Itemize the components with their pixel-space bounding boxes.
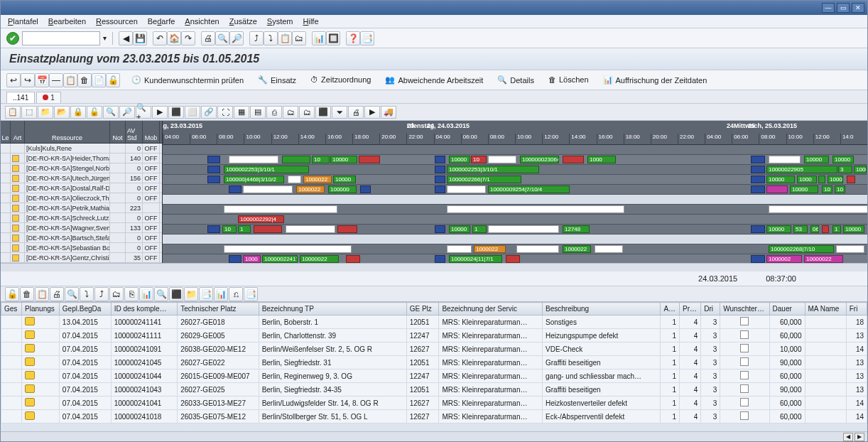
col-beschreibung[interactable]: Beschreibung bbox=[543, 303, 661, 316]
resource-row[interactable]: [DE-RO-KR-SA]Schreck,Lutz0OFF bbox=[1, 213, 162, 223]
gantt-tool-13[interactable]: ⛶ bbox=[217, 106, 233, 119]
table-row[interactable]: 07.04.201510000024101826035-GE075-ME12Be… bbox=[1, 410, 867, 424]
toolbar-icon-10[interactable]: 📋 bbox=[278, 31, 292, 45]
col-ges[interactable]: Ges bbox=[1, 303, 22, 316]
gantt-bar[interactable]: 10000 bbox=[330, 156, 357, 163]
toolbar-icon-6[interactable]: 🔍 bbox=[215, 31, 229, 45]
toolbar-icon-15[interactable]: 📑 bbox=[360, 31, 374, 45]
cmd-abweichende-arbeitszeit[interactable]: 👥Abweichende Arbeitszeit bbox=[381, 74, 487, 86]
table-row[interactable]: 07.04.201510000024104426015-GE009-ME007B… bbox=[1, 370, 867, 383]
gantt-bar[interactable] bbox=[286, 225, 335, 233]
wunsch-checkbox[interactable] bbox=[740, 344, 749, 352]
action-icon-6[interactable]: 📄 bbox=[92, 73, 106, 87]
gantt-bar[interactable]: 10000022905 bbox=[766, 166, 837, 173]
grid-tool-5[interactable]: ⤵ bbox=[80, 287, 94, 301]
pb-col-av std[interactable]: AV Std bbox=[126, 121, 143, 143]
gantt-bar[interactable]: 10 bbox=[822, 185, 832, 193]
gantt-bar[interactable] bbox=[360, 185, 371, 193]
menu-bearbeiten[interactable]: Bearbeiten bbox=[48, 17, 86, 26]
gantt-bar[interactable]: 1 bbox=[472, 225, 487, 233]
cmd-löschen[interactable]: 🗑Löschen bbox=[544, 74, 593, 85]
gantt-row[interactable]: 1010000100001010000002306410001000010000 bbox=[163, 155, 867, 165]
gantt-bar[interactable]: 12748 bbox=[563, 225, 590, 233]
gantt-bar[interactable] bbox=[254, 225, 282, 233]
gantt-bar[interactable] bbox=[435, 255, 445, 263]
toolbar-icon-11[interactable]: 🗂 bbox=[292, 31, 306, 45]
grid-tool-2[interactable]: 📋 bbox=[35, 287, 49, 301]
gantt-row[interactable]: 10110000112748100005306110000 bbox=[163, 225, 867, 235]
gantt-bar[interactable] bbox=[435, 176, 445, 183]
command-combo[interactable] bbox=[22, 31, 100, 45]
gantt-bar[interactable] bbox=[766, 185, 788, 193]
gantt-tool-3[interactable]: 📂 bbox=[54, 106, 70, 119]
resource-row[interactable]: [DE-RO-KR-SA]Wagner,Sven133OFF bbox=[1, 223, 162, 233]
gantt-bar[interactable] bbox=[447, 185, 486, 193]
gantt-row[interactable] bbox=[163, 235, 867, 244]
gantt-tool-11[interactable]: ⬜ bbox=[185, 106, 200, 119]
gantt-row[interactable] bbox=[163, 145, 867, 155]
gantt-bar[interactable]: 1000022 bbox=[296, 185, 325, 193]
cmd-einsatz[interactable]: 🔧Einsatz bbox=[254, 74, 300, 86]
gantt-bar[interactable] bbox=[346, 255, 360, 263]
gantt-tool-6[interactable]: 🔍 bbox=[103, 106, 119, 119]
menu-zusätze[interactable]: Zusätze bbox=[229, 17, 257, 26]
gantt-tool-18[interactable]: 🗂 bbox=[299, 106, 315, 119]
gantt-bar[interactable] bbox=[751, 156, 765, 163]
grid-tool-4[interactable]: 🔍 bbox=[65, 287, 79, 301]
table-row[interactable]: 07.04.201510000024104326027-GE025Berlin,… bbox=[1, 383, 867, 397]
col-ma-name[interactable]: MA Name bbox=[805, 303, 846, 316]
gantt-bar[interactable]: 10000 bbox=[804, 156, 829, 163]
gantt-bar[interactable]: 1000002253|3/10/1 bbox=[224, 166, 309, 173]
gantt-bar[interactable] bbox=[282, 156, 310, 163]
pb-col-le[interactable]: Le bbox=[1, 121, 11, 143]
col-fri[interactable]: Fri bbox=[846, 303, 867, 316]
cmd-zeitzuordnung[interactable]: ⏱Zeitzuordnung bbox=[306, 74, 375, 85]
gantt-tool-21[interactable]: 🖨 bbox=[348, 106, 364, 119]
gantt-tool-10[interactable]: ⬛ bbox=[168, 106, 184, 119]
gantt-bar[interactable]: 1000 bbox=[797, 176, 817, 183]
gantt-bar[interactable]: 100000 bbox=[328, 185, 357, 193]
toolbar-icon-13[interactable]: 🔲 bbox=[326, 31, 340, 45]
gantt-bar[interactable] bbox=[207, 225, 220, 233]
gantt-tool-19[interactable]: ⬛ bbox=[315, 106, 331, 119]
gantt-bar[interactable]: 100000023064 bbox=[520, 156, 559, 163]
action-icon-4[interactable]: 📋 bbox=[63, 73, 77, 87]
gantt-bar[interactable]: 10000 bbox=[766, 225, 791, 233]
table-row[interactable]: 07.04.201510000024111126029-GE005Berlin,… bbox=[1, 329, 867, 343]
gantt-bar[interactable]: 10000 bbox=[832, 156, 854, 163]
gantt-tool-14[interactable]: ▦ bbox=[234, 106, 249, 119]
gantt-row[interactable]: 1000002253|3/10/11000002253|3/10/1100000… bbox=[163, 165, 867, 175]
gantt-bar[interactable] bbox=[447, 205, 624, 213]
gantt-tool-15[interactable]: ▤ bbox=[250, 106, 266, 119]
gantt-bar[interactable] bbox=[435, 225, 445, 233]
gantt-bar[interactable]: 10 bbox=[835, 185, 845, 193]
wunsch-checkbox[interactable] bbox=[740, 371, 749, 379]
gantt-tool-0[interactable]: 📋 bbox=[5, 106, 21, 119]
action-icon-5[interactable]: 🗑 bbox=[77, 73, 92, 87]
col-gepl-begda[interactable]: Gepl.BegDa bbox=[59, 303, 111, 316]
gantt-bar[interactable] bbox=[488, 156, 516, 163]
menu-hilfe[interactable]: Hilfe bbox=[303, 17, 319, 26]
gantt-bar[interactable] bbox=[822, 225, 829, 233]
menu-ressourcen[interactable]: Ressourcen bbox=[96, 17, 138, 26]
gantt-row[interactable]: 100002210000010000009254|7/10/4100001010 bbox=[163, 185, 867, 195]
gantt-bar[interactable]: 10000022417 bbox=[262, 255, 298, 263]
menu-ansichten[interactable]: Ansichten bbox=[185, 17, 219, 26]
gantt-bar[interactable] bbox=[595, 245, 623, 253]
resource-row[interactable]: [DE-RO-KR-SA]Stengel,Norbe0OFF bbox=[1, 163, 162, 173]
gantt-tool-7[interactable]: 🔎 bbox=[119, 106, 135, 119]
resource-row[interactable]: [DE-RO-KR-SA]Sebastian Boc0OFF bbox=[1, 243, 162, 253]
gantt-row[interactable]: 100002210000221000002268|7/10 bbox=[163, 244, 867, 254]
table-row[interactable]: 07.04.201510000024104526027-GE022Berlin,… bbox=[1, 356, 867, 370]
wunsch-checkbox[interactable] bbox=[740, 357, 749, 366]
gantt-bar[interactable] bbox=[751, 176, 765, 183]
gantt-bar[interactable] bbox=[224, 205, 337, 213]
gantt-bar[interactable]: 1000022 bbox=[474, 245, 506, 253]
pb-col-art[interactable]: Art bbox=[11, 121, 25, 143]
resource-row[interactable]: [DE-RO-KR-SA]Bartsch,Stefan0OFF bbox=[1, 233, 162, 243]
gantt-bar[interactable] bbox=[243, 185, 293, 193]
pb-col-not[interactable]: Not bbox=[110, 121, 126, 143]
table-row[interactable]: 13.04.201510000024114126027-GE018Berlin,… bbox=[1, 316, 867, 329]
grid-tool-3[interactable]: 🖨 bbox=[50, 287, 64, 301]
gantt-bar[interactable]: 1000002266|7/1 bbox=[447, 176, 521, 183]
